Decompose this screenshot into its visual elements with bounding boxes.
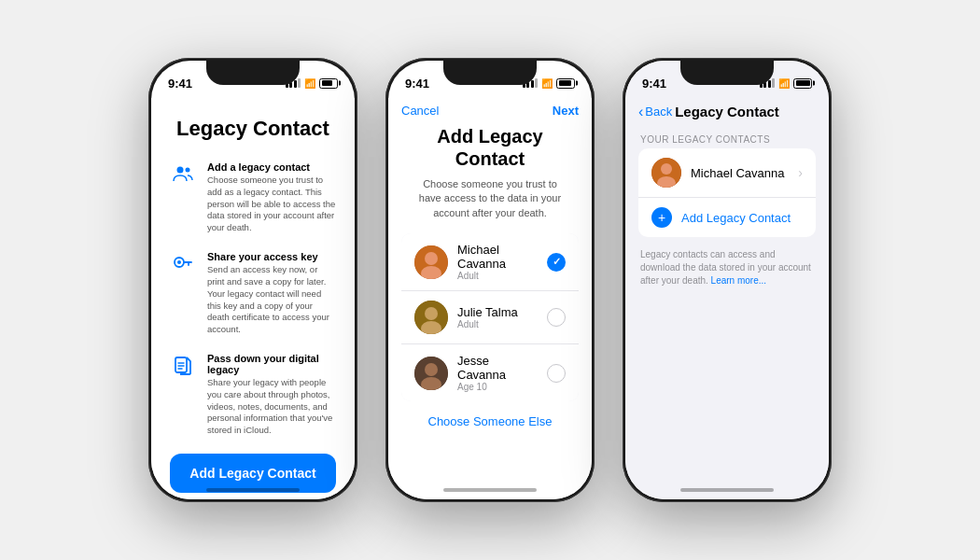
- screen3-content: ‹ Back Legacy Contact YOUR LEGACY CONTAC…: [625, 98, 829, 499]
- key-icon: [170, 251, 196, 277]
- feature-title-add: Add a legacy contact: [207, 161, 336, 173]
- svg-point-15: [661, 163, 672, 175]
- back-button[interactable]: ‹ Back: [638, 104, 672, 120]
- svg-point-12: [425, 363, 438, 376]
- contacts-list: Michael Cavanna Adult ✓ Julie Talma Adul…: [401, 233, 579, 401]
- legacy-contacts-section: Michael Cavanna › + Add Legacy Contact: [638, 148, 816, 237]
- cancel-button[interactable]: Cancel: [401, 104, 439, 118]
- battery-icon-1: [319, 78, 338, 89]
- svg-point-0: [177, 167, 184, 174]
- svg-point-3: [177, 260, 181, 264]
- add-legacy-contact-row[interactable]: + Add Legacy Contact: [638, 198, 816, 237]
- nav-title-3: Legacy Contact: [675, 104, 779, 119]
- screen2-content: Cancel Next Add Legacy Contact Choose so…: [388, 98, 592, 499]
- contact-info-michael: Michael Cavanna Adult: [457, 243, 538, 281]
- learn-more-link[interactable]: Learn more...: [711, 275, 766, 286]
- feature-desc-digital: Share your legacy with people you care a…: [207, 377, 336, 437]
- check-michael: ✓: [547, 253, 566, 272]
- phone-1: 9:41 📶 Legacy Contact: [148, 58, 357, 502]
- svg-point-1: [186, 168, 190, 173]
- contact-row-jesse[interactable]: Jesse Cavanna Age 10: [401, 344, 579, 401]
- back-arrow-icon: ‹: [638, 104, 643, 120]
- feature-desc-add: Choose someone you trust to add as a leg…: [207, 175, 336, 234]
- section-label: YOUR LEGACY CONTACTS: [625, 127, 829, 148]
- screen2-title: Add Legacy Contact: [388, 125, 592, 177]
- people-icon: [170, 161, 196, 188]
- home-bar-2: [443, 488, 537, 492]
- feature-text-add-contact: Add a legacy contact Choose someone you …: [207, 161, 336, 234]
- contact-info-jesse: Jesse Cavanna Age 10: [457, 354, 538, 392]
- phone-2: 9:41 📶 Cancel Next Add Legacy Contact Ch…: [385, 58, 595, 502]
- battery-icon-2: [556, 78, 575, 89]
- feature-text-share-key: Share your access key Send an access key…: [207, 251, 336, 336]
- svg-point-9: [425, 307, 438, 320]
- document-icon: [170, 353, 196, 379]
- wifi-icon-3: 📶: [778, 78, 790, 89]
- battery-icon-3: [793, 78, 812, 89]
- footer-text: Legacy contacts can access and download …: [625, 245, 829, 291]
- checkmark-michael: ✓: [553, 256, 561, 268]
- contact-name-michael: Michael Cavanna: [457, 243, 538, 271]
- wifi-icon-2: 📶: [541, 78, 553, 89]
- back-label: Back: [645, 105, 672, 119]
- avatar-julie: [414, 301, 448, 334]
- avatar-michael: [414, 245, 448, 279]
- status-time-2: 9:41: [405, 77, 429, 91]
- status-time-1: 9:41: [168, 77, 192, 91]
- contact-info-julie: Julie Talma Adult: [457, 305, 538, 329]
- svg-point-6: [425, 252, 438, 265]
- contact-name-julie: Julie Talma: [457, 305, 538, 319]
- add-legacy-contact-button[interactable]: Add Legacy Contact: [170, 454, 336, 493]
- add-plus-icon: +: [651, 207, 672, 228]
- phone-3: 9:41 📶 ‹ Back Legacy Contact YOUR LEG: [623, 58, 832, 502]
- contact-sub-julie: Adult: [457, 319, 538, 329]
- feature-text-digital: Pass down your digital legacy Share your…: [207, 353, 336, 437]
- status-time-3: 9:41: [642, 77, 666, 91]
- home-bar-1: [206, 488, 300, 492]
- add-legacy-label: Add Legacy Contact: [681, 211, 791, 225]
- nav-bar-2: Cancel Next: [388, 98, 592, 125]
- contact-sub-jesse: Age 10: [457, 382, 538, 392]
- screen2-desc: Choose someone you trust to have access …: [388, 177, 592, 233]
- feature-title-key: Share your access key: [207, 251, 336, 262]
- choose-someone-link[interactable]: Choose Someone Else: [388, 401, 592, 441]
- svg-rect-4: [175, 357, 187, 372]
- feature-add-contact: Add a legacy contact Choose someone you …: [170, 161, 336, 234]
- screen1-title: Legacy Contact: [176, 117, 329, 141]
- notch-3: [680, 61, 774, 85]
- feature-desc-key: Send an access key now, or print and sav…: [207, 264, 336, 336]
- notch-1: [206, 61, 300, 85]
- notch-2: [443, 61, 537, 85]
- wifi-icon-1: 📶: [304, 78, 315, 89]
- check-jesse: [547, 364, 566, 383]
- contact-sub-michael: Adult: [457, 271, 538, 281]
- nav-bar-3: ‹ Back Legacy Contact: [625, 98, 829, 127]
- contact-row-michael[interactable]: Michael Cavanna Adult ✓: [401, 233, 579, 291]
- avatar-michael-3: [651, 158, 681, 188]
- check-julie: [547, 308, 566, 327]
- feature-digital-legacy: Pass down your digital legacy Share your…: [170, 353, 336, 437]
- feature-title-digital: Pass down your digital legacy: [207, 353, 336, 375]
- next-button[interactable]: Next: [553, 104, 579, 118]
- contact-row-julie[interactable]: Julie Talma Adult: [401, 291, 579, 344]
- home-bar-3: [680, 488, 774, 492]
- avatar-jesse: [414, 357, 448, 390]
- contact-name-jesse: Jesse Cavanna: [457, 354, 538, 382]
- screen1-content: Legacy Contact Add a legacy contact Choo…: [151, 98, 355, 499]
- list-row-michael[interactable]: Michael Cavanna ›: [638, 148, 816, 198]
- chevron-michael-icon: ›: [798, 165, 803, 180]
- list-name-michael: Michael Cavanna: [691, 166, 789, 180]
- feature-share-key: Share your access key Send an access key…: [170, 251, 336, 336]
